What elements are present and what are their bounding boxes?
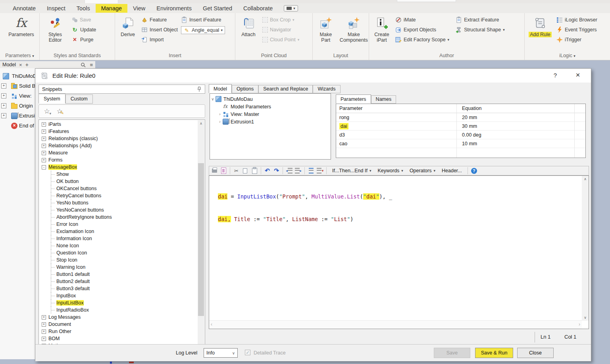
- ribbon-tab[interactable]: Tools: [71, 4, 96, 13]
- column-header-equation[interactable]: Equation: [456, 106, 585, 111]
- ribbon-tab[interactable]: Environments: [151, 4, 197, 13]
- group-label-ilogic[interactable]: iLogic ▾: [525, 52, 610, 60]
- parameters-tab[interactable]: Names: [371, 95, 396, 104]
- rule-dialog-tab[interactable]: Wizards: [313, 85, 340, 93]
- expander-icon[interactable]: [51, 289, 55, 289]
- expander-icon[interactable]: [51, 260, 55, 260]
- expander-icon[interactable]: ›: [217, 119, 223, 124]
- snippet-tree-item[interactable]: + Run Other: [39, 328, 205, 335]
- expander-icon[interactable]: [51, 303, 55, 303]
- snippet-tree-item[interactable]: - MessageBox: [39, 164, 205, 171]
- hamburger-icon[interactable]: ≡: [90, 62, 93, 68]
- expander-icon[interactable]: [51, 310, 55, 310]
- expander-icon[interactable]: [51, 217, 55, 218]
- table-row[interactable]: dai 30 mm: [336, 122, 585, 131]
- expander-icon[interactable]: [51, 281, 55, 282]
- snippet-tree-item[interactable]: YesNoCancel buttons: [39, 206, 205, 214]
- snippet-tree-item[interactable]: Warning Icon: [39, 264, 205, 271]
- snippet-tree-item[interactable]: + iParts: [39, 121, 205, 128]
- expander-icon[interactable]: +: [42, 158, 46, 162]
- snippet-tree-item[interactable]: Question Icon: [39, 249, 205, 256]
- expander-icon[interactable]: [51, 196, 55, 196]
- rule-dialog-tab[interactable]: Model: [209, 84, 232, 93]
- snippet-tree-item[interactable]: OKCancel buttons: [39, 185, 205, 192]
- outdent-icon[interactable]: ◂: [285, 167, 293, 175]
- snippet-tree-item[interactable]: + Document: [39, 321, 205, 328]
- close-icon[interactable]: ×: [19, 62, 22, 68]
- snippet-tree-item[interactable]: Show: [39, 171, 205, 178]
- expander-icon[interactable]: [51, 253, 55, 253]
- expand-plus-icon[interactable]: +: [1, 83, 6, 89]
- expander-icon[interactable]: [51, 246, 55, 246]
- edit-favorites-button[interactable]: ☆ ✎: [55, 106, 64, 116]
- feature-button[interactable]: Feature: [141, 16, 178, 23]
- event-triggers-button[interactable]: Event Triggers: [556, 26, 597, 33]
- column-header-parameter[interactable]: Parameter: [336, 106, 456, 111]
- model-tree-item[interactable]: › Extrusion1: [210, 118, 331, 125]
- table-row[interactable]: rong 20 mm: [336, 113, 585, 122]
- expander-icon[interactable]: [51, 189, 55, 189]
- group-label-parameters[interactable]: Parameters ▾: [0, 52, 39, 60]
- make-part-button[interactable]: Make Part: [314, 14, 337, 44]
- redo-icon[interactable]: ↷: [273, 167, 280, 175]
- comment-icon[interactable]: [307, 167, 315, 175]
- itrigger-button[interactable]: iTrigger: [556, 36, 597, 43]
- help-button[interactable]: ?: [551, 72, 559, 79]
- filter-favorites-button[interactable]: ☆ ▾: [42, 106, 52, 116]
- create-ipart-button[interactable]: Create iPart: [371, 14, 393, 44]
- table-row[interactable]: d3 0.00 deg: [336, 131, 585, 139]
- dialog-title-bar[interactable]: Edit Rule: Rule0: [35, 69, 591, 83]
- undo-icon[interactable]: ↶: [264, 167, 271, 175]
- ribbon-tab[interactable]: Manage: [96, 4, 127, 13]
- expand-plus-icon[interactable]: +: [1, 103, 6, 108]
- expand-plus-icon[interactable]: +: [1, 93, 6, 98]
- editor-horizontal-scrollbar[interactable]: ‹ ›: [209, 320, 582, 329]
- snippet-tree-item[interactable]: InputBox: [39, 292, 205, 299]
- editor-vertical-scrollbar[interactable]: ∧ ∨: [582, 176, 589, 321]
- expander-icon[interactable]: [51, 210, 55, 210]
- snippet-tree-item[interactable]: + Log Messages: [39, 314, 205, 321]
- expander-icon[interactable]: +: [42, 337, 46, 341]
- paste-icon[interactable]: [251, 167, 258, 175]
- snippet-tree-item[interactable]: RetryCancel buttons: [39, 192, 205, 199]
- ribbon-tab[interactable]: Inspect: [41, 4, 71, 13]
- scroll-right-icon[interactable]: ›: [579, 322, 580, 327]
- pin-icon[interactable]: [197, 87, 202, 92]
- editor-menu-button[interactable]: If...Then...End If▾: [329, 167, 374, 174]
- snippet-tree-item[interactable]: InputListBox: [39, 299, 205, 306]
- update-button[interactable]: ↻ Update: [71, 26, 96, 33]
- add-tab-icon[interactable]: +: [25, 62, 29, 68]
- expand-plus-icon[interactable]: +: [1, 113, 6, 118]
- snippet-tree-item[interactable]: InputRadioBox: [39, 306, 205, 314]
- expander-icon[interactable]: +: [42, 129, 46, 134]
- angle-equal-dropdown[interactable]: ✎ Angle_equal ▾: [181, 26, 225, 34]
- scroll-up-icon[interactable]: ∧: [582, 176, 589, 182]
- model-tree-item[interactable]: › View: Master: [210, 110, 331, 118]
- import-button[interactable]: Import: [141, 36, 178, 43]
- code-area[interactable]: dai = InputListBox("Prompt", MultiValue.…: [209, 176, 582, 321]
- snippet-tree-item[interactable]: Button3 default: [39, 285, 205, 292]
- expander-icon[interactable]: [51, 174, 55, 175]
- model-tree-item[interactable]: Model Parameters: [210, 103, 331, 110]
- close-button[interactable]: ×: [573, 71, 582, 79]
- scroll-up-icon[interactable]: ∧: [198, 120, 204, 127]
- expander-icon[interactable]: +: [42, 151, 46, 155]
- expander-icon[interactable]: [51, 224, 55, 225]
- snippet-tree-item[interactable]: + Relationships (Add): [39, 142, 205, 149]
- scrollbar-thumb[interactable]: [198, 163, 204, 316]
- edit-factory-scope-button[interactable]: Edit Factory Scope ▾: [395, 36, 449, 43]
- export-objects-button[interactable]: Export Objects: [395, 26, 449, 33]
- snippets-tab[interactable]: Custom: [65, 94, 93, 104]
- search-icon[interactable]: [81, 62, 86, 67]
- save-and-run-button[interactable]: Save & Run: [475, 348, 513, 358]
- snippet-tree-item[interactable]: + Forms: [39, 156, 205, 164]
- ribbon-tab[interactable]: Collaborate: [238, 4, 278, 13]
- snippet-tree-item[interactable]: + Measure: [39, 149, 205, 156]
- cloud-point-button[interactable]: Cloud Point ▾: [262, 36, 299, 43]
- log-level-select[interactable]: Info ∨: [204, 348, 238, 358]
- expander-icon[interactable]: +: [42, 322, 46, 327]
- snippet-tree-item[interactable]: + BOM: [39, 335, 205, 342]
- parameters-tab[interactable]: Parameters: [336, 94, 371, 104]
- save-button[interactable]: Save: [71, 16, 96, 23]
- editor-menu-button[interactable]: Keywords▾: [374, 167, 406, 174]
